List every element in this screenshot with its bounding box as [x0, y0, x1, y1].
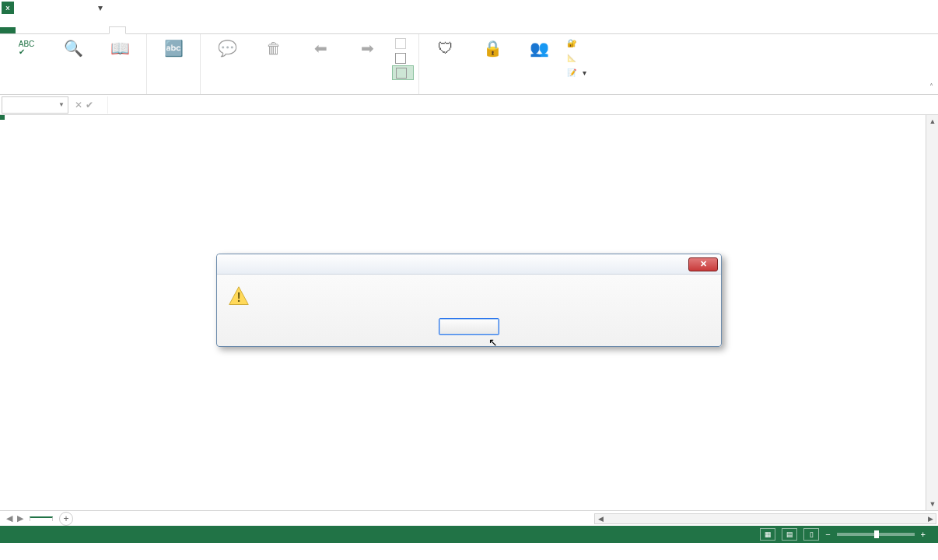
btn-allow-ranges[interactable]: 📐 — [564, 51, 590, 65]
spelling-icon: ABC✔ — [16, 37, 37, 59]
qat-calendar[interactable] — [78, 1, 92, 15]
qat-new[interactable] — [62, 1, 76, 15]
group-changes: 🛡 🔒 👥 🔐 📐 📝 ▾ — [419, 34, 924, 94]
cancel-formula-icon[interactable]: ✕ — [75, 100, 82, 110]
group-spelling: ABC✔ 🔍 📖 — [0, 34, 147, 94]
group-language-label — [152, 92, 195, 94]
qat-customize[interactable]: ▾ — [93, 1, 107, 15]
delete-comment-icon: 🗑 — [263, 37, 285, 59]
zoom-slider[interactable] — [837, 533, 915, 536]
ribbon-collapse[interactable]: ˄ — [924, 34, 938, 94]
share-workbook-icon: 👥 — [528, 37, 550, 59]
tab-home[interactable] — [16, 27, 31, 33]
view-normal[interactable]: ▦ — [760, 528, 775, 541]
view-page-layout[interactable]: ▤ — [782, 528, 797, 541]
qat-redo[interactable] — [47, 1, 61, 15]
protect-workbook-icon: 🔒 — [481, 37, 503, 59]
close-button[interactable] — [916, 2, 935, 14]
qat-undo[interactable] — [31, 1, 45, 15]
tab-menu[interactable] — [31, 27, 47, 33]
zoom-in[interactable]: + — [921, 530, 926, 539]
dialog-protected-sheet: ✕ ! — [216, 254, 722, 347]
btn-track-changes[interactable]: 📝 ▾ — [564, 65, 590, 80]
formula-bar: ▼ ✕ ✔ — [0, 95, 938, 115]
btn-unprotect-sheet[interactable]: 🛡 — [424, 36, 467, 61]
scroll-up-icon[interactable]: ▲ — [926, 115, 938, 128]
btn-thesaurus[interactable]: 📖 — [98, 36, 142, 61]
group-comments: 💬 🗑 ⬅ ➡ — [201, 34, 419, 94]
btn-show-ink[interactable] — [392, 65, 414, 80]
btn-delete-comment[interactable]: 🗑 — [252, 36, 296, 61]
view-page-break[interactable]: ▯ — [803, 528, 819, 541]
research-icon: 🔍 — [62, 37, 84, 59]
ribbon-tabs — [0, 16, 938, 34]
btn-show-all-comments[interactable] — [392, 51, 414, 65]
tab-data[interactable] — [93, 27, 109, 33]
hscroll-right-icon[interactable]: ▶ — [925, 515, 936, 523]
sheet-nav-next[interactable]: ▶ — [17, 513, 23, 523]
add-sheet-button[interactable]: + — [59, 512, 73, 526]
thesaurus-icon: 📖 — [109, 37, 131, 59]
ribbon-options-button[interactable] — [842, 2, 860, 14]
tab-file[interactable] — [0, 27, 16, 33]
zoom-out[interactable]: − — [825, 530, 830, 539]
btn-protect-share[interactable]: 🔐 — [564, 36, 590, 51]
enter-formula-icon[interactable]: ✔ — [86, 100, 93, 110]
dialog-ok-button[interactable] — [439, 318, 499, 335]
btn-new-comment[interactable]: 💬 — [205, 36, 249, 61]
ribbon: ABC✔ 🔍 📖 🔤 💬 — [0, 34, 938, 95]
tab-page-layout[interactable] — [62, 27, 78, 33]
name-box[interactable]: ▼ — [2, 96, 68, 114]
sheet-nav-prev[interactable]: ◀ — [6, 513, 12, 523]
track-changes-icon: 📝 — [567, 68, 576, 77]
qat-save[interactable] — [16, 1, 30, 15]
tab-view[interactable] — [126, 27, 142, 33]
unprotect-sheet-icon: 🛡 — [435, 37, 457, 59]
name-box-dropdown-icon[interactable]: ▼ — [58, 101, 68, 108]
group-spelling-label — [5, 92, 142, 94]
help-button[interactable] — [817, 2, 835, 14]
btn-protect-workbook[interactable]: 🔒 — [471, 36, 514, 61]
tab-abbyy[interactable] — [157, 27, 173, 33]
group-changes-label — [424, 92, 919, 94]
next-comment-icon: ➡ — [356, 37, 378, 59]
vertical-scrollbar[interactable]: ▲ ▼ — [926, 115, 938, 510]
title-bar: X ▾ — [0, 0, 938, 16]
btn-next-comment[interactable]: ➡ — [345, 36, 389, 61]
btn-translate[interactable]: 🔤 — [152, 36, 195, 61]
new-comment-icon: 💬 — [216, 37, 238, 59]
tab-review[interactable] — [109, 26, 126, 34]
hscroll-left-icon[interactable]: ◀ — [595, 515, 606, 523]
group-comments-label — [205, 92, 414, 94]
fill-handle[interactable] — [0, 115, 5, 120]
svg-text:!: ! — [236, 291, 240, 304]
btn-share-workbook[interactable]: 👥 — [517, 36, 561, 61]
btn-show-hide-comment[interactable] — [392, 36, 414, 51]
btn-prev-comment[interactable]: ⬅ — [299, 36, 342, 61]
restore-button[interactable] — [891, 2, 910, 14]
warning-icon: ! — [228, 285, 250, 307]
allow-ranges-icon: 📐 — [567, 54, 576, 62]
sheet-tab-bar: ◀ ▶ + ◀ ▶ — [0, 510, 938, 526]
tab-formulas[interactable] — [78, 27, 93, 33]
excel-icon: X — [2, 2, 14, 14]
translate-icon: 🔤 — [163, 37, 184, 59]
sheet-tab-active[interactable] — [30, 516, 53, 521]
minimize-button[interactable] — [866, 2, 885, 14]
status-bar: ▦ ▤ ▯ − + — [0, 526, 938, 543]
tab-insert[interactable] — [47, 27, 62, 33]
formula-input[interactable] — [107, 96, 938, 114]
scroll-down-icon[interactable]: ▼ — [926, 498, 938, 510]
btn-research[interactable]: 🔍 — [51, 36, 95, 61]
group-language: 🔤 — [147, 34, 201, 94]
dialog-close-button[interactable]: ✕ — [688, 257, 718, 271]
protect-share-icon: 🔐 — [567, 39, 576, 47]
btn-spelling[interactable]: ABC✔ — [5, 36, 48, 61]
horizontal-scrollbar[interactable]: ◀ ▶ — [73, 513, 938, 524]
tab-office-tab[interactable] — [142, 27, 157, 33]
prev-comment-icon: ⬅ — [310, 37, 331, 59]
